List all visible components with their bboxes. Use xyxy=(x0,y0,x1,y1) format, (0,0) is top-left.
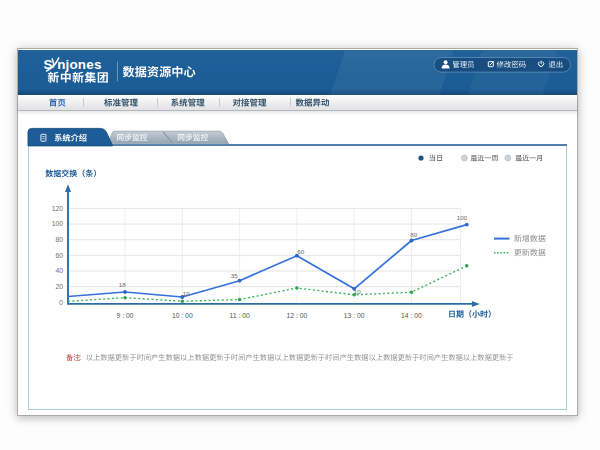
svg-text:14 : 00: 14 : 00 xyxy=(401,312,422,319)
svg-text:80: 80 xyxy=(410,231,417,238)
svg-text:100: 100 xyxy=(52,220,64,227)
svg-text:10: 10 xyxy=(354,288,361,295)
svg-text:40: 40 xyxy=(55,267,63,274)
svg-text:10: 10 xyxy=(183,290,190,297)
svg-text:18: 18 xyxy=(119,281,126,288)
svg-text:35: 35 xyxy=(231,272,238,279)
svg-text:100: 100 xyxy=(457,214,468,221)
svg-text:120: 120 xyxy=(52,205,64,212)
svg-text:12 : 00: 12 : 00 xyxy=(287,312,308,319)
svg-text:80: 80 xyxy=(55,236,63,243)
svg-text:0: 0 xyxy=(59,299,63,306)
svg-text:60: 60 xyxy=(297,248,304,255)
svg-text:60: 60 xyxy=(55,252,63,259)
svg-text:njones: njones xyxy=(57,57,101,72)
svg-text:11 : 00: 11 : 00 xyxy=(229,312,250,319)
svg-text:9 : 00: 9 : 00 xyxy=(116,312,133,319)
svg-text:13 : 00: 13 : 00 xyxy=(344,312,365,319)
svg-text:20: 20 xyxy=(55,283,63,290)
svg-text:10 : 00: 10 : 00 xyxy=(172,312,193,319)
